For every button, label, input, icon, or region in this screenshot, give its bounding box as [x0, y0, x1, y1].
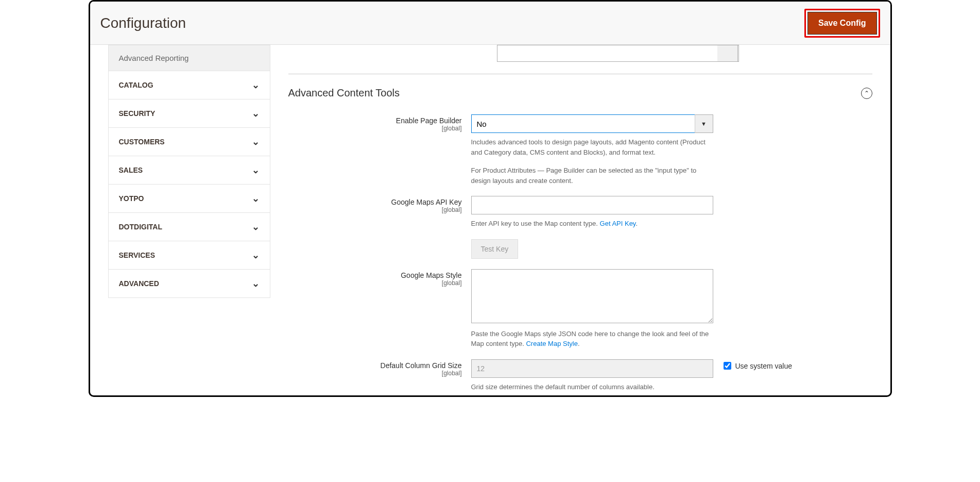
- sidebar-item-yotpo[interactable]: YOTPO ⌄: [108, 185, 270, 213]
- sidebar-item-dotdigital[interactable]: DOTDIGITAL ⌄: [108, 213, 270, 241]
- sidebar-item-label: DOTDIGITAL: [119, 223, 163, 231]
- save-config-button[interactable]: Save Config: [807, 12, 876, 35]
- chevron-down-icon: ⌄: [252, 79, 260, 91]
- enable-page-builder-label: Enable Page Builder: [396, 117, 462, 125]
- get-api-key-link[interactable]: Get API Key: [600, 220, 636, 227]
- sidebar: Advanced Reporting CATALOG ⌄ SECURITY ⌄ …: [90, 45, 270, 395]
- use-system-value-label[interactable]: Use system value: [724, 362, 792, 370]
- sidebar-item-services[interactable]: SERVICES ⌄: [108, 241, 270, 270]
- default-column-grid-size-label: Default Column Grid Size: [381, 361, 462, 370]
- help-text: For Product Attributes — Page Builder ca…: [471, 165, 713, 186]
- chevron-down-icon: ⌄: [252, 250, 260, 261]
- use-system-value-checkbox[interactable]: [724, 362, 731, 370]
- chevron-down-icon: ⌄: [252, 193, 260, 204]
- scope-label: [global]: [288, 125, 462, 132]
- sidebar-item-customers[interactable]: CUSTOMERS ⌄: [108, 128, 270, 156]
- scope-label: [global]: [288, 370, 462, 377]
- sidebar-item-catalog[interactable]: CATALOG ⌄: [108, 71, 270, 99]
- create-map-style-link[interactable]: Create Map Style: [526, 340, 577, 347]
- help-text: Paste the Google Maps style JSON code he…: [471, 329, 713, 349]
- sidebar-item-sales[interactable]: SALES ⌄: [108, 156, 270, 185]
- sidebar-item-label: YOTPO: [119, 194, 144, 203]
- page-title: Configuration: [100, 15, 186, 31]
- divider: [288, 74, 872, 74]
- chevron-down-icon: ⌄: [252, 221, 260, 232]
- checkbox-label: Use system value: [735, 362, 792, 370]
- chevron-down-icon: ⌄: [252, 108, 260, 119]
- sidebar-item-label: CUSTOMERS: [119, 138, 165, 146]
- chevron-down-icon: ⌄: [252, 278, 260, 289]
- default-column-grid-size-input: [471, 359, 713, 378]
- test-key-button[interactable]: Test Key: [471, 239, 519, 259]
- collapse-icon[interactable]: ⌃: [861, 88, 872, 99]
- scope-label: [global]: [288, 279, 462, 287]
- google-maps-api-key-label: Google Maps API Key: [391, 198, 462, 206]
- chevron-down-icon: ⌄: [252, 136, 260, 147]
- google-maps-style-label: Google Maps Style: [401, 271, 461, 279]
- sidebar-item-label: SECURITY: [119, 109, 156, 118]
- partial-button[interactable]: [717, 45, 738, 62]
- sidebar-item-advanced-reporting[interactable]: Advanced Reporting: [108, 45, 270, 71]
- sidebar-item-advanced[interactable]: ADVANCED ⌄: [108, 270, 270, 298]
- scope-label: [global]: [288, 206, 462, 213]
- partial-field[interactable]: [497, 45, 739, 62]
- enable-page-builder-select[interactable]: No: [471, 114, 713, 133]
- sidebar-item-label: CATALOG: [119, 81, 153, 89]
- google-maps-style-textarea[interactable]: [471, 269, 713, 323]
- sidebar-item-label: SERVICES: [119, 251, 156, 259]
- help-text: Includes advanced tools to design page l…: [471, 137, 713, 157]
- section-title[interactable]: Advanced Content Tools: [288, 87, 400, 99]
- sidebar-item-security[interactable]: SECURITY ⌄: [108, 99, 270, 128]
- save-highlight: Save Config: [804, 9, 880, 38]
- chevron-down-icon: ⌄: [252, 164, 260, 176]
- google-maps-api-key-input[interactable]: [471, 196, 713, 214]
- sidebar-item-label: ADVANCED: [119, 279, 159, 288]
- help-text: Enter API key to use the Map content typ…: [471, 219, 713, 229]
- sidebar-item-label: SALES: [119, 166, 143, 174]
- help-text: Grid size determines the default number …: [471, 382, 713, 392]
